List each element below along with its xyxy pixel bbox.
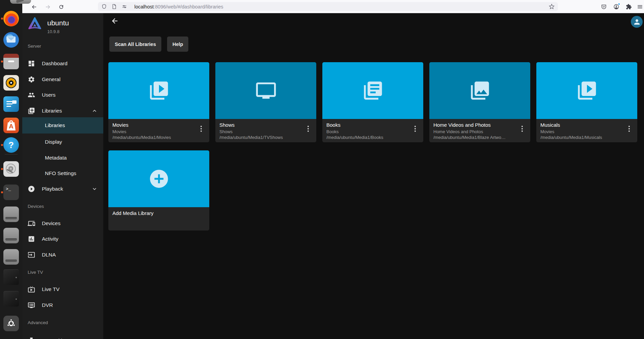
sidebar-item-playback[interactable]: Playback [22,181,103,197]
page-back-button[interactable] [111,17,120,26]
card-menu-button[interactable] [413,124,417,133]
jellyfin-logo [28,17,42,31]
page-info-icon[interactable] [111,4,117,9]
account-button[interactable] [611,2,621,12]
card-title: Books [326,122,419,128]
running-indicator [1,168,3,170]
libreoffice-writer-icon [3,96,19,112]
browser-reload-button[interactable] [56,2,66,12]
play-circle-icon [28,185,35,193]
video-library-icon [576,80,598,101]
activity-chart-icon [28,235,35,243]
drive-icon [3,228,19,243]
sidebar-item-networking[interactable]: Networking [22,333,103,339]
input-icon [28,251,35,259]
dock-item-help[interactable]: ? [3,137,19,153]
server-name: ubuntu [47,19,69,27]
dock-item-app-center[interactable]: A [3,118,19,133]
drive-icon [3,207,19,222]
add-media-library-card[interactable]: Add Media Library [108,150,209,231]
thunderbird-icon [3,32,19,48]
browser-back-button[interactable] [29,2,39,12]
section-header-advanced: Advanced [28,320,48,327]
partially-visible-icon [10,0,31,4]
sidebar-item-dashboard[interactable]: Dashboard [22,55,103,71]
sidebar-item-metadata[interactable]: Metadata [22,150,103,166]
dock-item-external-box-2[interactable] [3,291,19,307]
dock-item-show-apps[interactable] [3,316,19,331]
sidebar-item-display[interactable]: Display [22,134,103,150]
bookmark-star-icon[interactable] [549,4,555,9]
dock-item-external-box-1[interactable] [3,269,19,285]
dock-item-rhythmbox[interactable] [3,75,19,91]
library-card-shows[interactable]: Shows Shows /media/ubuntu/Media1/TVShows [215,62,316,142]
sidebar-item-libraries[interactable]: Libraries [22,117,103,134]
sidebar-item-nfo-settings[interactable]: NFO Settings [22,165,103,181]
url-bar[interactable]: localhost:8096/web/#/dashboard/libraries [98,2,558,11]
add-circle-icon [148,168,170,190]
live-tv-icon [28,286,35,293]
tracking-shield-icon[interactable] [101,4,107,9]
browser-forward-button[interactable] [43,2,53,12]
help-icon: ? [3,137,19,153]
running-indicator [1,144,3,146]
card-title: Movies [112,122,205,128]
dock-item-firefox[interactable] [3,11,19,26]
library-card-musicals[interactable]: Musicals Movies /media/ubuntu/Media1/Mus… [536,62,637,142]
sidebar-item-live-tv[interactable]: Live TV [22,281,103,297]
dock-item-thunderbird[interactable] [3,32,19,48]
sidebar-item-activity[interactable]: Activity [22,231,103,247]
dashboard-icon [28,60,35,67]
section-header-server: Server [28,44,41,50]
card-path: /media/ubuntu/Media1/Movies [112,135,205,141]
section-header-live-tv: Live TV [28,270,43,276]
help-button[interactable]: Help [167,37,188,52]
library-card-movies[interactable]: Movies Movies /media/ubuntu/Media1/Movie… [108,62,209,142]
dock-item-removable-drive-2[interactable] [3,228,19,243]
sidebar-item-devices[interactable]: Devices [22,215,103,231]
permissions-sliders-icon[interactable] [122,4,127,9]
sidebar-item-general[interactable]: General [22,71,103,87]
dock-item-terminal[interactable]: >_ [3,185,19,200]
card-menu-button[interactable] [520,124,524,133]
dock-item-disks[interactable] [3,161,19,177]
running-indicator [1,18,3,20]
dock-item-removable-drive-1[interactable] [3,207,19,222]
external-box-icon [3,269,19,285]
photo-library-icon [469,80,491,101]
library-card-home-videos[interactable]: Home Videos and Photos Home Videos and P… [429,62,530,142]
card-menu-button[interactable] [627,124,631,133]
sidebar-item-dvr[interactable]: DVR [22,297,103,313]
dock-item-removable-drive-3[interactable] [3,249,19,265]
dock-item-files[interactable] [3,54,19,69]
library-cards-grid: Movies Movies /media/ubuntu/Media1/Movie… [108,62,644,231]
card-path: /media/ubuntu/Media1/Musicals [540,135,633,141]
main-content: Scan All Libraries Help Movies Movies /m… [103,13,644,339]
sidebar-item-dlna[interactable]: DLNA [22,247,103,263]
url-host: localhost [134,4,154,9]
lan-icon [28,337,35,339]
running-indicator [1,191,3,193]
card-type: Movies [540,129,633,135]
sidebar-item-users[interactable]: Users [22,87,103,103]
jellyfin-app: ubuntu 10.9.8 Server Dashboard General U… [22,13,644,339]
rhythmbox-icon [3,75,19,91]
library-add-icon [28,107,35,115]
library-books-icon [362,80,384,101]
account-notification-dot [618,3,620,5]
files-icon [3,54,19,69]
scan-all-libraries-button[interactable]: Scan All Libraries [109,37,161,52]
chevron-down-icon [91,186,98,192]
dock-item-libreoffice-writer[interactable] [3,96,19,112]
pocket-button[interactable] [599,2,609,12]
menu-button[interactable] [635,2,644,12]
card-type: Home Videos and Photos [433,129,526,135]
extensions-button[interactable] [624,2,634,12]
person-icon [633,18,641,26]
card-menu-button[interactable] [199,124,203,133]
library-card-books[interactable]: Books Books /media/ubuntu/Media1/Books [322,62,423,142]
card-menu-button[interactable] [306,124,310,133]
app-center-icon: A [3,118,19,133]
user-avatar-button[interactable] [631,16,643,28]
sidebar-item-libraries-group[interactable]: Libraries [22,103,103,119]
